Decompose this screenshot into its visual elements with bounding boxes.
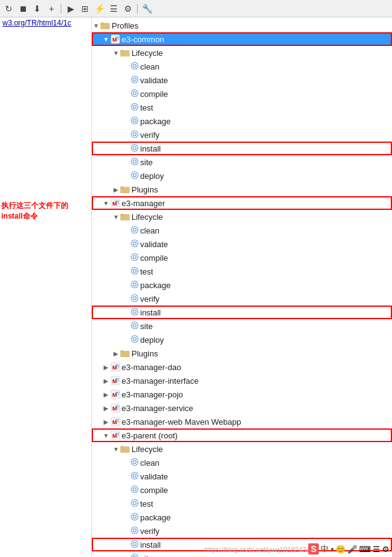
gear-icon [130, 458, 139, 468]
tree-item-compile-3[interactable]: compile [92, 483, 392, 497]
svg-rect-73 [115, 392, 119, 393]
item-label: Lifecycle [131, 48, 163, 58]
tree-item-verify-2[interactable]: verify [92, 292, 392, 306]
download-icon[interactable]: ⬇ [31, 2, 43, 15]
tree-item-lifecycle-3[interactable]: ▼ Lifecycle [92, 442, 392, 456]
add-icon[interactable]: + [45, 2, 58, 15]
toggle-arrow[interactable]: ▼ [112, 48, 120, 57]
tree-item-lifecycle-2[interactable]: ▼ Lifecycle [92, 210, 392, 224]
svg-point-102 [133, 515, 136, 518]
svg-point-98 [133, 487, 136, 491]
tree-item-e3-common[interactable]: ▼ M e3-common [92, 32, 392, 46]
tree-item-package-3[interactable]: package [92, 510, 392, 524]
tree-item-clean-3[interactable]: clean [92, 456, 392, 469]
svg-point-21 [133, 132, 136, 135]
svg-point-17 [133, 105, 136, 108]
tree-item-deploy-2[interactable]: deploy [92, 333, 392, 346]
item-label: Lifecycle [131, 212, 163, 222]
toggle-arrow[interactable]: ▶ [102, 417, 110, 426]
tree-item-site-1[interactable]: site [92, 155, 392, 169]
svg-point-18 [131, 103, 138, 110]
tree-item-test-3[interactable]: test [92, 497, 392, 510]
item-label: site [140, 554, 153, 558]
tree-item-e3-manager[interactable]: ▼ M e3-manager [92, 196, 392, 210]
gear-icon [130, 143, 139, 154]
folder-icon [120, 184, 130, 194]
toggle-arrow[interactable]: ▶ [112, 185, 120, 194]
run-icon[interactable]: ▶ [65, 2, 77, 15]
svg-point-52 [133, 310, 136, 313]
wrench-icon[interactable]: 🔧 [141, 2, 153, 15]
tree-item-install-1[interactable]: install [92, 142, 392, 155]
svg-rect-6 [115, 38, 119, 40]
tree-item-plugins-2[interactable]: ▶ Plugins [92, 346, 392, 360]
svg-point-99 [131, 486, 138, 492]
toggle-arrow[interactable]: ▼ [102, 35, 110, 43]
svg-rect-31 [120, 186, 123, 188]
tree-item-profiles[interactable]: ▼ Profiles [92, 19, 392, 32]
tree-item-verify-3[interactable]: verify [92, 524, 392, 538]
svg-rect-75 [115, 396, 118, 397]
tree-item-test-1[interactable]: test [92, 101, 392, 114]
svg-rect-79 [115, 407, 119, 409]
svg-rect-84 [115, 421, 119, 422]
tree-item-validate-2[interactable]: validate [92, 237, 392, 251]
toggle-arrow[interactable]: ▼ [102, 431, 110, 440]
tree-item-package-2[interactable]: package [92, 278, 392, 292]
grid-icon[interactable]: ⊞ [79, 2, 91, 15]
item-label: e3-manager-dao [122, 363, 181, 372]
item-label: verify [140, 527, 159, 536]
item-label: site [140, 322, 153, 331]
toggle-arrow[interactable]: ▼ [112, 445, 120, 453]
svg-rect-2 [100, 22, 104, 24]
svg-point-100 [133, 501, 136, 504]
menu-icon: ☰ [373, 545, 380, 554]
item-label: Profiles [112, 21, 138, 30]
list-icon[interactable]: ☰ [107, 2, 120, 15]
item-label: package [140, 281, 171, 290]
toggle-arrow[interactable]: ▶ [102, 404, 110, 412]
settings-icon[interactable]: ⚙ [122, 2, 134, 15]
tree-item-verify-1[interactable]: verify [92, 128, 392, 142]
toggle-arrow[interactable]: ▶ [112, 349, 120, 358]
tree-item-clean-1[interactable]: clean [92, 60, 392, 73]
tree-item-package-1[interactable]: package [92, 114, 392, 128]
svg-point-48 [133, 283, 136, 286]
refresh-icon[interactable]: ↻ [2, 2, 15, 15]
tree-item-test-2[interactable]: test [92, 265, 392, 278]
tree-item-site-2[interactable]: site [92, 319, 392, 333]
svg-rect-63 [115, 365, 119, 366]
svg-rect-85 [115, 423, 118, 424]
tree-item-e3-manager-dao[interactable]: ▶ M e3-manager-dao [92, 360, 392, 374]
item-label: Plugins [131, 349, 158, 358]
tree-item-e3-manager-pojo[interactable]: ▶ M e3-manager-pojo [92, 387, 392, 401]
svg-point-43 [131, 240, 138, 247]
maven-icon: M [110, 362, 120, 372]
main-area: w3.org/TR/html14/1c 执行这三个文件下的install命令 ▼… [0, 17, 392, 557]
emoji-icon: 😊 [336, 545, 345, 554]
toggle-arrow[interactable]: ▶ [102, 363, 110, 371]
tree-item-e3-manager-web[interactable]: ▶ M e3-manager-web Maven Webapp [92, 415, 392, 428]
tree-item-deploy-1[interactable]: deploy [92, 169, 392, 183]
tree-item-compile-2[interactable]: compile [92, 251, 392, 265]
stop-icon[interactable]: ⏹ [17, 2, 29, 15]
tree-item-e3-manager-service[interactable]: ▶ M e3-manager-service [92, 401, 392, 415]
tree-item-clean-2[interactable]: clean [92, 224, 392, 237]
tree-item-lifecycle-1[interactable]: ▼ Lifecycle [92, 46, 392, 60]
tree-item-e3-parent[interactable]: ▼ M e3-parent (root) [92, 428, 392, 442]
maven-tree[interactable]: ▼ Profiles▼ M e3-common▼ Lifecycle clean… [92, 17, 392, 557]
tree-item-compile-1[interactable]: compile [92, 87, 392, 101]
tree-item-validate-3[interactable]: validate [92, 469, 392, 483]
toggle-arrow[interactable]: ▶ [102, 390, 110, 399]
toggle-arrow[interactable]: ▶ [102, 376, 110, 385]
tree-item-validate-1[interactable]: validate [92, 73, 392, 87]
toggle-arrow[interactable]: ▼ [92, 21, 100, 30]
tree-item-e3-manager-interface[interactable]: ▶ M e3-manager-interface [92, 374, 392, 387]
tree-item-install-2[interactable]: install [92, 306, 392, 319]
lightning-icon[interactable]: ⚡ [93, 2, 105, 15]
toggle-arrow[interactable]: ▼ [112, 212, 120, 221]
item-label: deploy [140, 171, 164, 181]
toggle-arrow[interactable]: ▼ [102, 199, 110, 207]
tree-item-plugins-1[interactable]: ▶ Plugins [92, 183, 392, 196]
url-hint: w3.org/TR/html14/1c [0, 17, 92, 29]
